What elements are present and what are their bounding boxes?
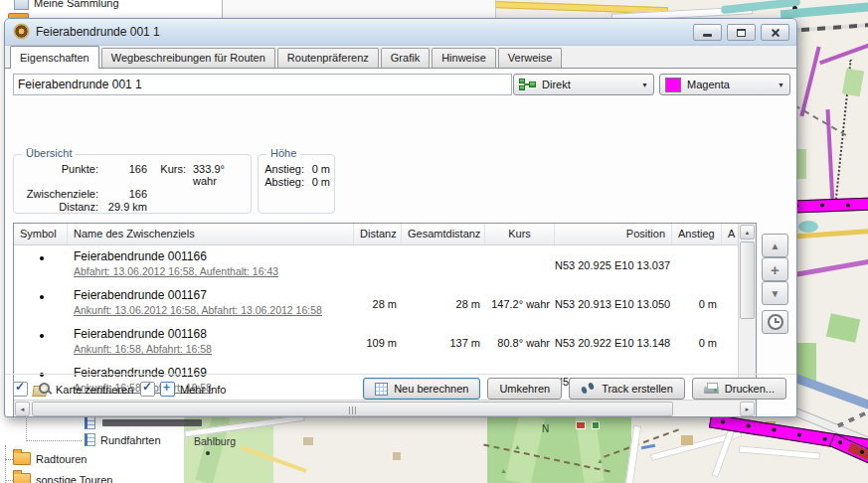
overview-label: Punkte: — [18, 163, 101, 187]
center-map-option[interactable]: ✓ Karte zentrieren — [13, 382, 133, 397]
printer-icon — [704, 383, 719, 395]
column-header-kurs[interactable]: Kurs — [485, 224, 555, 244]
column-header-symbol[interactable]: Symbol — [14, 224, 68, 244]
tree-item-radtouren[interactable]: Radtouren — [13, 452, 87, 465]
dialog-titlebar[interactable]: Feierabendrunde 001 1 — [5, 19, 796, 46]
waypoint-name: Feierabendrunde 001168 — [74, 327, 348, 341]
position-cell: N53 20.913 E10 13.050 — [555, 298, 672, 310]
scroll-up-button[interactable]: ▲ — [740, 225, 755, 240]
overview-value: 333.9° wahr — [189, 163, 247, 187]
recalculate-icon — [375, 383, 388, 396]
close-button[interactable] — [761, 24, 789, 41]
horizontal-scroll-thumb[interactable] — [32, 402, 673, 416]
scroll-left-button[interactable]: ◄ — [15, 402, 30, 416]
map-trail-dashed — [794, 104, 847, 136]
waypoint-name: Feierabendrunde 001166 — [74, 249, 348, 263]
waypoint-schedule-link[interactable]: Abfahrt: 13.06.2012 16:58, Aufenthalt: 1… — [74, 265, 348, 277]
tree-guide — [5, 445, 6, 483]
column-header-anstieg[interactable]: Anstieg — [672, 224, 722, 244]
conifer-icon: ▲ — [514, 443, 521, 450]
minimize-button[interactable] — [693, 24, 722, 41]
column-header-distanz[interactable]: Distanz — [354, 224, 402, 244]
tab-wegbeschreibungen[interactable]: Wegbeschreibungen für Routen — [101, 48, 275, 68]
route-document-icon — [85, 416, 95, 429]
more-info-option[interactable]: ✓ + Mehr Info — [140, 382, 226, 397]
anstieg-cell: 0 m — [672, 337, 722, 349]
column-header-gesamtdistanz[interactable]: Gesamtdistanz — [402, 224, 485, 244]
table-row[interactable]: Feierabendrunde 001168 Ankunft: 16:58, A… — [14, 323, 739, 362]
create-track-label: Track erstellen — [602, 383, 673, 395]
center-map-checkbox[interactable]: ✓ — [13, 382, 28, 397]
overview-value: 166 — [101, 188, 147, 200]
insert-waypoint-button[interactable]: + — [762, 257, 788, 281]
map-poi-green — [592, 421, 600, 429]
tab-verweise[interactable]: Verweise — [498, 48, 563, 68]
tree-guide — [26, 415, 27, 441]
move-waypoint-up-button[interactable]: ▲ — [762, 234, 788, 257]
tab-hinweise[interactable]: Hinweise — [432, 48, 496, 68]
reverse-button[interactable]: Umkehren — [487, 378, 562, 400]
route-color-select[interactable]: Magenta ▼ — [659, 74, 790, 95]
track-footprints-icon — [581, 383, 596, 395]
map-route-violet — [819, 43, 868, 66]
tree-item-rundfahrten[interactable]: Rundfahrten — [85, 433, 161, 446]
route-name-input[interactable] — [13, 74, 512, 95]
tree-item-collection[interactable]: Meine Sammlung — [14, 0, 119, 10]
kurs-cell: 80.8° wahr — [485, 337, 555, 349]
tree-guide — [26, 440, 82, 441]
tree-item-clipped-text — [102, 419, 202, 426]
waypoint-schedule-link[interactable]: Ankunft: 16:58, Abfahrt: 16:58 — [74, 343, 348, 355]
anstieg-cell: 0 m — [672, 298, 722, 310]
tree-item-label: sonstige Touren — [36, 474, 112, 483]
tab-routenpraeferenz[interactable]: Routenpräferenz — [277, 48, 379, 68]
column-header-name[interactable]: Name des Zwischenziels — [68, 224, 354, 244]
route-document-icon — [85, 433, 95, 446]
maximize-button[interactable] — [727, 24, 756, 41]
route-icon — [14, 24, 29, 39]
overview-value — [189, 201, 247, 213]
waypoint-name-cell: Feierabendrunde 001167 Ankunft: 13.06.20… — [68, 284, 354, 323]
create-track-button[interactable]: Track erstellen — [569, 378, 685, 400]
tab-eigenschaften[interactable]: Eigenschaften — [10, 46, 99, 69]
position-cell: N53 20.922 E10 13.148 — [555, 337, 672, 349]
conifer-icon: ▲ — [597, 457, 604, 464]
tree-item-label: Rundfahrten — [100, 434, 161, 446]
scroll-thumb-grip-icon — [348, 406, 357, 414]
tree-item-sonstige-touren[interactable]: sonstige Touren — [13, 473, 112, 483]
tree-guide — [5, 459, 13, 460]
waypoint-dot-icon — [40, 256, 44, 260]
horizontal-scrollbar[interactable]: ◄ ► — [14, 400, 756, 416]
map-poi-red — [576, 421, 586, 429]
center-map-icon — [33, 383, 51, 397]
table-row[interactable]: Feierabendrunde 001167 Ankunft: 13.06.20… — [14, 284, 739, 323]
waypoint-name-cell: Feierabendrunde 001166 Abfahrt: 13.06.20… — [68, 245, 354, 284]
tree-item-label: Radtouren — [36, 453, 87, 465]
map-route-violet — [799, 47, 820, 117]
transport-mode-select[interactable]: Direkt ▼ — [513, 74, 654, 95]
scroll-right-button[interactable]: ► — [740, 402, 755, 416]
tab-strip: Eigenschaften Wegbeschreibungen für Rout… — [5, 46, 796, 68]
elevation-value: 0 m — [306, 163, 330, 175]
recalculate-button[interactable]: Neu berechnen — [363, 378, 480, 400]
more-info-checkbox[interactable]: ✓ — [140, 382, 155, 397]
map-road-white — [739, 445, 820, 459]
dialog-title: Feierabendrunde 001 1 — [36, 25, 160, 39]
column-header-abstieg-clipped[interactable]: A — [722, 224, 739, 244]
move-waypoint-down-button[interactable]: ▼ — [762, 281, 788, 305]
overview-label — [147, 201, 189, 213]
print-button[interactable]: Drucken... — [692, 378, 786, 400]
waypoint-dot-icon — [40, 295, 44, 299]
time-settings-button[interactable] — [762, 310, 788, 334]
abstieg-cell-clipped — [722, 245, 739, 284]
waypoint-schedule-link[interactable]: Ankunft: 13.06.2012 16:58, Abfahrt: 13.0… — [74, 304, 348, 316]
tree-item-partial[interactable] — [85, 416, 95, 429]
column-header-position[interactable]: Position — [555, 224, 672, 244]
tree-item-label: Meine Sammlung — [34, 0, 119, 9]
map-forest-letter: N — [542, 423, 549, 434]
overview-value: 166 — [101, 163, 147, 187]
overview-label: Kurs: — [147, 163, 189, 187]
vertical-scroll-thumb[interactable] — [740, 242, 755, 319]
map-pond — [798, 221, 818, 233]
table-row[interactable]: Feierabendrunde 001166 Abfahrt: 13.06.20… — [14, 245, 739, 284]
tab-grafik[interactable]: Grafik — [381, 48, 430, 68]
